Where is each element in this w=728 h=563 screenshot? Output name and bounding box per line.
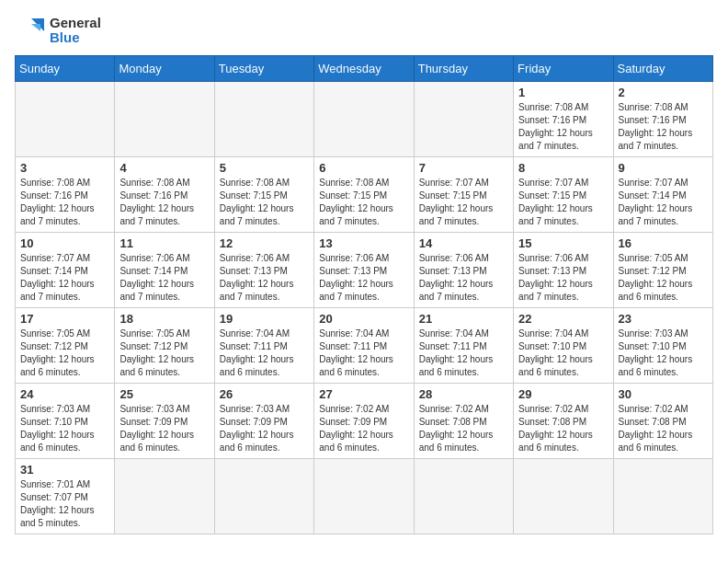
day-number: 1 (518, 86, 608, 99)
day-info: Sunrise: 7:07 AM Sunset: 7:15 PM Dayligh… (419, 177, 508, 228)
day-of-week-header: Wednesday (314, 56, 414, 82)
day-info: Sunrise: 7:05 AM Sunset: 7:12 PM Dayligh… (119, 327, 209, 379)
calendar-day-cell: 24Sunrise: 7:03 AM Sunset: 7:10 PM Dayli… (16, 384, 115, 459)
calendar-day-cell: 20Sunrise: 7:04 AM Sunset: 7:11 PM Dayli… (314, 308, 414, 384)
calendar-day-cell: 26Sunrise: 7:03 AM Sunset: 7:09 PM Dayli… (214, 384, 313, 459)
day-number: 21 (419, 312, 508, 326)
day-number: 12 (220, 236, 309, 250)
day-number: 28 (419, 387, 508, 401)
calendar-day-cell: 15Sunrise: 7:06 AM Sunset: 7:13 PM Dayli… (514, 233, 613, 308)
logo: General Blue (15, 15, 101, 46)
day-of-week-header: Monday (115, 56, 214, 82)
calendar-day-cell: 16Sunrise: 7:05 AM Sunset: 7:12 PM Dayli… (613, 233, 712, 308)
calendar-day-cell: 10Sunrise: 7:07 AM Sunset: 7:14 PM Dayli… (16, 233, 115, 308)
day-number: 3 (20, 161, 109, 175)
calendar-week-row: 3Sunrise: 7:08 AM Sunset: 7:16 PM Daylig… (16, 157, 713, 233)
day-info: Sunrise: 7:08 AM Sunset: 7:16 PM Dayligh… (619, 101, 708, 153)
day-number: 24 (20, 387, 109, 401)
day-number: 22 (518, 312, 608, 326)
calendar-day-cell: 6Sunrise: 7:08 AM Sunset: 7:15 PM Daylig… (314, 157, 414, 233)
calendar-week-row: 17Sunrise: 7:05 AM Sunset: 7:12 PM Dayli… (16, 308, 713, 384)
calendar-week-row: 31Sunrise: 7:01 AM Sunset: 7:07 PM Dayli… (16, 459, 713, 534)
day-info: Sunrise: 7:06 AM Sunset: 7:13 PM Dayligh… (220, 252, 309, 304)
svg-marker-1 (31, 24, 40, 31)
day-info: Sunrise: 7:02 AM Sunset: 7:08 PM Dayligh… (619, 403, 708, 454)
day-number: 16 (619, 236, 708, 250)
calendar-day-cell: 7Sunrise: 7:07 AM Sunset: 7:15 PM Daylig… (414, 157, 513, 233)
day-number: 18 (119, 312, 209, 326)
day-info: Sunrise: 7:03 AM Sunset: 7:09 PM Dayligh… (220, 403, 309, 454)
day-number: 15 (518, 236, 608, 250)
calendar-day-cell: 8Sunrise: 7:07 AM Sunset: 7:15 PM Daylig… (514, 157, 613, 233)
day-number: 17 (20, 312, 109, 326)
calendar-day-cell: 14Sunrise: 7:06 AM Sunset: 7:13 PM Dayli… (414, 233, 513, 308)
day-number: 31 (20, 463, 109, 477)
calendar-day-cell: 31Sunrise: 7:01 AM Sunset: 7:07 PM Dayli… (16, 459, 115, 534)
day-of-week-header: Tuesday (214, 56, 313, 82)
calendar-week-row: 24Sunrise: 7:03 AM Sunset: 7:10 PM Dayli… (16, 384, 713, 459)
day-info: Sunrise: 7:06 AM Sunset: 7:14 PM Dayligh… (119, 252, 209, 304)
day-of-week-header: Thursday (414, 56, 513, 82)
day-number: 23 (619, 312, 708, 326)
calendar-day-cell (514, 459, 613, 534)
calendar-day-cell (414, 459, 513, 534)
day-info: Sunrise: 7:05 AM Sunset: 7:12 PM Dayligh… (20, 327, 109, 379)
calendar-day-cell (115, 459, 214, 534)
day-info: Sunrise: 7:02 AM Sunset: 7:08 PM Dayligh… (419, 403, 508, 454)
calendar-day-cell: 25Sunrise: 7:03 AM Sunset: 7:09 PM Dayli… (115, 384, 214, 459)
calendar-day-cell: 5Sunrise: 7:08 AM Sunset: 7:15 PM Daylig… (214, 157, 313, 233)
calendar-day-cell (16, 82, 115, 157)
day-number: 30 (619, 387, 708, 401)
calendar-day-cell: 13Sunrise: 7:06 AM Sunset: 7:13 PM Dayli… (314, 233, 414, 308)
calendar-day-cell: 3Sunrise: 7:08 AM Sunset: 7:16 PM Daylig… (16, 157, 115, 233)
day-of-week-header: Saturday (613, 56, 712, 82)
day-info: Sunrise: 7:04 AM Sunset: 7:11 PM Dayligh… (319, 327, 408, 379)
day-number: 10 (20, 236, 109, 250)
calendar-table: SundayMondayTuesdayWednesdayThursdayFrid… (15, 55, 713, 534)
day-number: 7 (419, 161, 508, 175)
calendar-day-cell (613, 459, 712, 534)
day-number: 6 (319, 161, 408, 175)
day-of-week-header: Sunday (16, 56, 115, 82)
calendar-day-cell: 23Sunrise: 7:03 AM Sunset: 7:10 PM Dayli… (613, 308, 712, 384)
calendar-week-row: 1Sunrise: 7:08 AM Sunset: 7:16 PM Daylig… (16, 82, 713, 157)
calendar-day-cell: 27Sunrise: 7:02 AM Sunset: 7:09 PM Dayli… (314, 384, 414, 459)
calendar-day-cell: 21Sunrise: 7:04 AM Sunset: 7:11 PM Dayli… (414, 308, 513, 384)
logo-graphic (15, 15, 46, 46)
day-number: 26 (220, 387, 309, 401)
day-info: Sunrise: 7:04 AM Sunset: 7:10 PM Dayligh… (518, 327, 608, 379)
day-info: Sunrise: 7:04 AM Sunset: 7:11 PM Dayligh… (419, 327, 508, 379)
calendar-day-cell: 2Sunrise: 7:08 AM Sunset: 7:16 PM Daylig… (613, 82, 712, 157)
calendar-week-row: 10Sunrise: 7:07 AM Sunset: 7:14 PM Dayli… (16, 233, 713, 308)
calendar-header-row: SundayMondayTuesdayWednesdayThursdayFrid… (16, 56, 713, 82)
day-number: 29 (518, 387, 608, 401)
day-info: Sunrise: 7:04 AM Sunset: 7:11 PM Dayligh… (220, 327, 309, 379)
day-of-week-header: Friday (514, 56, 613, 82)
calendar-day-cell: 28Sunrise: 7:02 AM Sunset: 7:08 PM Dayli… (414, 384, 513, 459)
calendar-day-cell: 9Sunrise: 7:07 AM Sunset: 7:14 PM Daylig… (613, 157, 712, 233)
day-info: Sunrise: 7:08 AM Sunset: 7:15 PM Dayligh… (220, 177, 309, 228)
day-info: Sunrise: 7:02 AM Sunset: 7:09 PM Dayligh… (319, 403, 408, 454)
day-number: 4 (119, 161, 209, 175)
calendar-day-cell: 12Sunrise: 7:06 AM Sunset: 7:13 PM Dayli… (214, 233, 313, 308)
calendar-day-cell (214, 459, 313, 534)
day-info: Sunrise: 7:07 AM Sunset: 7:14 PM Dayligh… (619, 177, 708, 228)
calendar-day-cell (115, 82, 214, 157)
day-info: Sunrise: 7:08 AM Sunset: 7:15 PM Dayligh… (319, 177, 408, 228)
calendar-day-cell: 30Sunrise: 7:02 AM Sunset: 7:08 PM Dayli… (613, 384, 712, 459)
day-number: 25 (119, 387, 209, 401)
day-info: Sunrise: 7:05 AM Sunset: 7:12 PM Dayligh… (619, 252, 708, 304)
day-number: 19 (220, 312, 309, 326)
day-info: Sunrise: 7:02 AM Sunset: 7:08 PM Dayligh… (518, 403, 608, 454)
calendar-day-cell: 17Sunrise: 7:05 AM Sunset: 7:12 PM Dayli… (16, 308, 115, 384)
calendar-day-cell: 1Sunrise: 7:08 AM Sunset: 7:16 PM Daylig… (514, 82, 613, 157)
day-number: 11 (119, 236, 209, 250)
day-info: Sunrise: 7:03 AM Sunset: 7:09 PM Dayligh… (119, 403, 209, 454)
calendar-day-cell: 18Sunrise: 7:05 AM Sunset: 7:12 PM Dayli… (115, 308, 214, 384)
calendar-day-cell: 22Sunrise: 7:04 AM Sunset: 7:10 PM Dayli… (514, 308, 613, 384)
day-number: 5 (220, 161, 309, 175)
day-info: Sunrise: 7:08 AM Sunset: 7:16 PM Dayligh… (119, 177, 209, 228)
day-number: 8 (518, 161, 608, 175)
logo-container: General Blue (15, 15, 101, 46)
day-number: 2 (619, 86, 708, 99)
